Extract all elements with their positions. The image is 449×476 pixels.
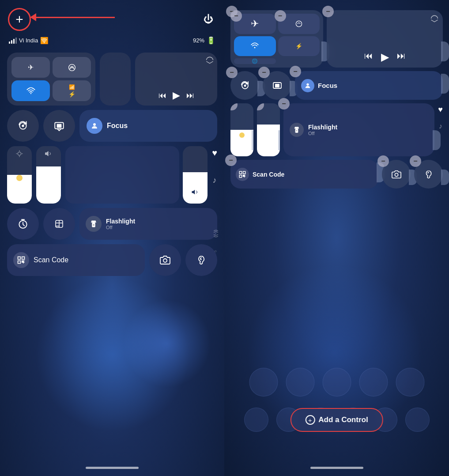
minus-focus[interactable]: − <box>290 66 301 77</box>
wifi-toggle-btn[interactable] <box>11 80 50 101</box>
screen-mirror-btn[interactable] <box>43 110 75 142</box>
right-airplane-btn[interactable]: − ✈ <box>234 14 276 34</box>
right-focus-icon <box>301 79 314 92</box>
minus-media[interactable]: − <box>322 6 334 17</box>
right-row1: − − ✈ − <box>230 10 443 68</box>
minus-brightness[interactable]: − <box>230 103 238 110</box>
svg-rect-37 <box>243 171 245 174</box>
row1-connectivity-media: ✈ <box>7 53 217 106</box>
drag-brightness <box>252 130 253 150</box>
right-brightness-slider[interactable]: − <box>230 103 253 156</box>
scan-code-btn[interactable]: Scan Code <box>7 244 145 276</box>
rewind-btn[interactable]: ⏮ <box>158 91 166 100</box>
right-forward-btn[interactable]: ⏭ <box>397 51 406 63</box>
right-side-indicators: ((·)) ○ <box>213 230 218 253</box>
scan-code-label: Scan Code <box>34 256 68 264</box>
left-panel: ⏻ Vi India 🛜 92% 🔋 ✈ <box>0 0 224 476</box>
right-airdrop-btn[interactable]: − <box>278 14 320 34</box>
media-block: ⏮ ▶ ⏭ <box>135 53 217 106</box>
empty-block <box>100 53 131 106</box>
right-lock-rotation-btn[interactable]: − <box>230 71 259 100</box>
right-camera-btn[interactable]: − <box>382 160 411 189</box>
right-row4: − Scan Code − <box>230 160 443 189</box>
svg-point-7 <box>18 152 21 155</box>
right-airplay-icon[interactable] <box>430 15 438 24</box>
right-play-btn[interactable]: ▶ <box>381 51 389 63</box>
flashlight-btn[interactable]: Flashlight Off <box>79 208 217 240</box>
drag-focus <box>441 74 449 94</box>
row2: Focus <box>7 110 217 142</box>
svg-point-30 <box>244 84 246 87</box>
add-button[interactable] <box>8 8 31 31</box>
control-center-grid: ✈ <box>0 48 224 280</box>
minus-airdrop[interactable]: − <box>275 10 286 22</box>
volume-icon-inside <box>191 188 199 198</box>
focus-btn[interactable]: Focus <box>79 110 217 142</box>
minus-scan[interactable]: − <box>225 155 237 166</box>
right-extras: ♥ ♪ <box>212 146 217 204</box>
minus-camera[interactable]: − <box>377 155 389 167</box>
right-wifi-btn[interactable] <box>234 36 276 57</box>
drag-volume <box>278 130 280 150</box>
svg-point-43 <box>395 173 398 176</box>
focus-icon <box>87 118 102 134</box>
add-control-btn[interactable]: + Add a Control <box>290 408 383 432</box>
status-bar: Vi India 🛜 92% 🔋 <box>0 35 224 48</box>
right-volume-slider[interactable]: − <box>257 103 280 156</box>
music-note: ♪ <box>213 176 217 185</box>
lock-rotation-btn[interactable] <box>7 110 39 142</box>
heart-icon: ♥ <box>212 148 217 158</box>
minus-airplane[interactable]: − <box>230 10 242 22</box>
add-control-label: Add a Control <box>318 416 368 424</box>
right-row3: − − − Flashli <box>230 103 443 156</box>
play-btn[interactable]: ▶ <box>173 90 180 101</box>
svg-rect-5 <box>57 124 62 128</box>
battery-percent: 92% <box>193 37 204 44</box>
right-rewind-btn[interactable]: ⏮ <box>364 51 373 63</box>
minus-hearing[interactable]: − <box>410 155 421 167</box>
flashlight-text: Flashlight Off <box>106 218 135 230</box>
connectivity-block: ✈ <box>7 53 95 106</box>
right-media-controls: ⏮ ▶ ⏭ <box>327 51 443 63</box>
airplane-mode-btn[interactable]: ✈ <box>11 57 50 78</box>
right-hearing-btn[interactable]: − <box>414 160 443 189</box>
right-flashlight-btn[interactable]: − Flashlight Off <box>283 103 434 156</box>
bluetooth-btn[interactable]: 📶 ⚡ <box>53 80 91 101</box>
battery-area: 92% 🔋 <box>193 36 215 45</box>
camera-btn[interactable] <box>149 244 181 276</box>
right-bluetooth-btn[interactable]: ⚡ <box>278 36 320 57</box>
right-scan-btn[interactable]: − Scan Code <box>230 160 378 189</box>
right-flashlight-text: Flashlight Off <box>308 124 337 136</box>
right-cc-grid: − − ✈ − <box>224 7 449 196</box>
right-media-block: − ⏮ ▶ ⏭ <box>327 10 443 68</box>
airplay-icon[interactable] <box>206 56 214 65</box>
svg-point-33 <box>306 83 309 85</box>
svg-point-3 <box>22 125 24 127</box>
right-heart-icon: ♥ <box>438 105 443 114</box>
row5-scan-camera: Scan Code <box>7 244 217 276</box>
right-focus-label: Focus <box>318 82 337 89</box>
volume-slider[interactable] <box>36 146 61 204</box>
power-icon[interactable]: ⏻ <box>201 12 215 26</box>
svg-point-27 <box>296 21 302 26</box>
svg-point-26 <box>163 259 167 262</box>
wifi-icon: 🛜 <box>40 37 49 45</box>
right-mirror-btn[interactable]: − <box>263 71 291 100</box>
svg-point-1 <box>30 93 31 94</box>
row3-sliders: ♥ ♪ <box>7 146 217 204</box>
minus-lock[interactable]: − <box>226 67 238 78</box>
brightness-slider[interactable] <box>7 146 32 204</box>
minus-mirror[interactable]: − <box>258 67 270 78</box>
timer-btn[interactable] <box>7 208 39 240</box>
carrier-name: Vi India <box>19 37 38 44</box>
flashlight-label: Flashlight <box>106 218 135 225</box>
sound-control[interactable] <box>183 146 208 204</box>
minus-flashlight[interactable]: − <box>278 98 290 110</box>
left-home-bar <box>86 467 139 469</box>
calculator-btn[interactable] <box>43 208 75 240</box>
drag-handle-media <box>441 42 449 61</box>
forward-btn[interactable]: ⏭ <box>186 91 194 100</box>
airdrop-btn[interactable] <box>53 57 91 78</box>
right-focus-btn[interactable]: − Focus <box>295 71 443 100</box>
minus-volume[interactable]: − <box>257 103 264 110</box>
